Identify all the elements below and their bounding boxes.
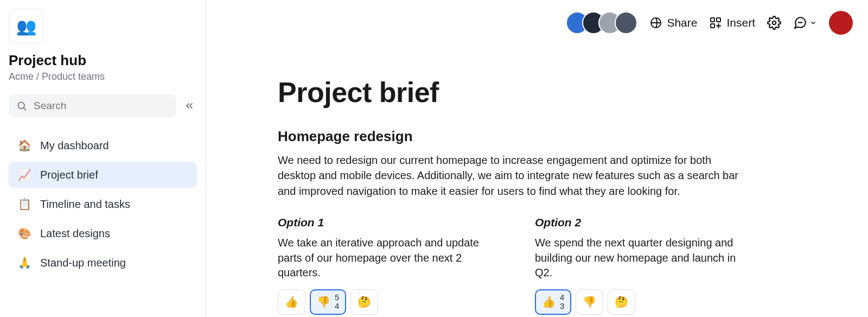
svg-rect-5 [711,24,714,28]
insert-label: Insert [726,16,755,29]
chevron-down-icon [809,19,817,27]
current-user-avatar[interactable] [829,11,853,35]
share-button[interactable]: Share [649,16,697,29]
comment-icon [793,16,807,30]
nav-item-designs[interactable]: 🎨 Latest designs [9,220,197,246]
svg-point-0 [18,102,24,109]
comments-button[interactable] [793,16,817,30]
home-icon: 🏠 [17,139,31,152]
option-body: We spend the next quarter designing and … [535,236,749,281]
page-title: Project brief [278,76,749,109]
sidebar: 👥 Project hub Acme / Product teams 🏠 My … [0,0,206,317]
avatar[interactable] [615,11,637,34]
nav-item-label: Timeline and tasks [40,198,130,211]
reaction-count: 5 4 [335,293,339,311]
reaction-row: 👍 4 3 👎 🤔 [535,289,749,315]
globe-icon [649,16,662,29]
settings-button[interactable] [767,16,781,30]
option-1: Option 1 We take an iterative approach a… [278,216,492,315]
nav-item-label: Project brief [40,169,98,181]
reaction-thinking[interactable]: 🤔 [350,289,378,315]
figma-icon: 🎨 [17,227,31,240]
workspace-icon[interactable]: 👥 [9,9,43,43]
section-body: We need to redesign our current homepage… [278,153,749,199]
insert-button[interactable]: Insert [709,16,755,29]
thinking-icon: 🤔 [615,295,628,308]
chart-icon: 📈 [17,168,31,181]
workspace-title: Project hub [9,52,197,69]
main-content: Share Insert Project brief Homepage rede… [206,0,868,317]
search-icon [16,100,27,111]
gear-icon [767,16,781,30]
collapse-sidebar-button[interactable] [182,98,197,113]
thumbs-down-icon: 👎 [583,295,596,308]
nav-item-label: Stand-up meeting [40,257,126,269]
reaction-thumbs-down[interactable]: 👎 [576,289,603,315]
nav-item-project-brief[interactable]: 📈 Project brief [9,162,197,188]
thumbs-up-icon: 👍 [542,295,556,308]
option-body: We take an iterative approach and update… [278,236,492,281]
reaction-thumbs-up[interactable]: 👍 [278,289,305,315]
thumbs-down-icon: 👎 [317,295,330,308]
options-columns: Option 1 We take an iterative approach a… [278,216,749,315]
svg-rect-4 [717,18,720,22]
workspace-breadcrumb[interactable]: Acme / Product teams [9,71,197,83]
topbar: Share Insert [566,11,853,35]
svg-line-1 [24,108,26,110]
nav-item-dashboard[interactable]: 🏠 My dashboard [9,132,197,158]
chevron-double-left-icon [184,100,195,111]
reaction-thumbs-down[interactable]: 👎 5 4 [310,289,346,315]
collaborator-facepile[interactable] [566,11,637,34]
search-box[interactable] [9,94,176,117]
nav-item-standup[interactable]: 🙏 Stand-up meeting [9,250,197,276]
reaction-thumbs-up[interactable]: 👍 4 3 [535,289,571,315]
option-heading: Option 1 [278,216,492,229]
reaction-thinking[interactable]: 🤔 [608,289,635,315]
thinking-icon: 🤔 [358,295,371,308]
share-label: Share [667,16,697,29]
clipboard-icon: 📋 [17,198,31,211]
nav-item-label: My dashboard [40,140,109,152]
hands-icon: 🙏 [17,256,31,269]
grid-plus-icon [709,16,722,29]
section-heading: Homepage redesign [278,128,749,145]
sidebar-nav: 🏠 My dashboard 📈 Project brief 📋 Timelin… [9,132,197,276]
reaction-row: 👍 👎 5 4 🤔 [278,289,492,315]
thumbs-up-icon: 👍 [285,295,298,308]
reaction-count: 4 3 [560,293,564,311]
svg-point-8 [773,21,776,25]
nav-item-timeline[interactable]: 📋 Timeline and tasks [9,191,197,217]
document: Project brief Homepage redesign We need … [206,0,781,315]
search-input[interactable] [34,100,169,112]
option-heading: Option 2 [535,216,749,229]
option-2: Option 2 We spend the next quarter desig… [535,216,749,315]
svg-rect-3 [711,18,714,22]
nav-item-label: Latest designs [40,227,110,240]
